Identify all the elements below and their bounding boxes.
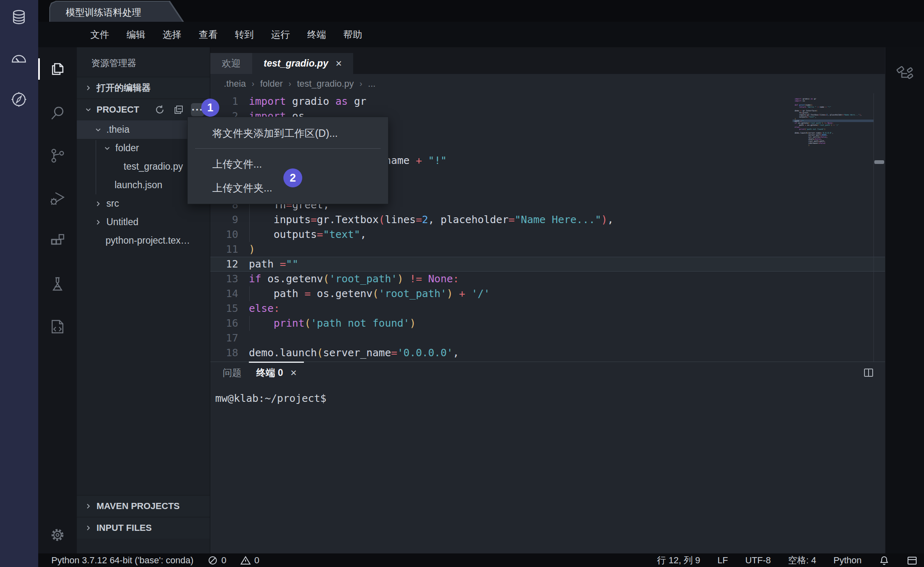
menu-item-查看[interactable]: 查看 xyxy=(190,25,226,44)
editor-tab-test_gradio.py[interactable]: test_gradio.py× xyxy=(252,53,353,74)
quick-rail xyxy=(0,0,38,567)
breadcrumb-item[interactable]: folder xyxy=(260,78,283,89)
menu-separator xyxy=(195,148,381,149)
scrollbar-thumb[interactable] xyxy=(874,160,884,164)
status-item[interactable]: Python xyxy=(834,555,862,566)
menu-item-帮助[interactable]: 帮助 xyxy=(335,25,371,44)
extensions-icon[interactable] xyxy=(48,232,67,250)
close-icon[interactable]: × xyxy=(290,366,297,379)
menu-item-运行[interactable]: 运行 xyxy=(262,25,299,44)
section-input-files[interactable]: INPUT FILES xyxy=(77,517,210,539)
code-line[interactable]: 18demo.launch(server_name='0.0.0.0', xyxy=(210,346,885,360)
activity-bar xyxy=(38,47,77,553)
section-maven-projects[interactable]: MAVEN PROJECTS xyxy=(77,495,210,517)
database-icon[interactable] xyxy=(10,8,28,26)
tree-item-label: folder xyxy=(115,143,139,154)
line-number: 12 xyxy=(210,257,249,272)
menu-item-终端[interactable]: 终端 xyxy=(299,25,335,44)
chevron-down-icon xyxy=(83,105,93,115)
step-badge-2: 2 xyxy=(283,168,302,187)
code-line[interactable]: 11) xyxy=(210,242,885,257)
code-file-icon[interactable] xyxy=(48,318,67,336)
code-line[interactable]: 14 path = os.getenv('root_path') + '/' xyxy=(210,286,885,301)
bottom-panel: 问题终端 0× mw@klab:~/project$ xyxy=(210,362,885,553)
status-item[interactable]: LF xyxy=(717,555,728,566)
code-line[interactable]: 16 print('path not found') xyxy=(210,316,885,331)
context-menu-item[interactable]: 将文件夹添加到工作区(D)... xyxy=(188,121,388,145)
status-item-bell-icon[interactable] xyxy=(879,555,890,566)
hierarchy-icon[interactable] xyxy=(895,64,915,83)
code-line[interactable]: 1import gradio as gr xyxy=(210,94,885,109)
sidebar-title: 资源管理器 xyxy=(77,47,210,77)
terminal-output[interactable]: mw@klab:~/project$ xyxy=(215,392,885,404)
code-line[interactable]: 15else: xyxy=(210,301,885,316)
close-icon[interactable]: × xyxy=(336,57,342,70)
window-title: 模型训练语料处理 xyxy=(66,6,141,19)
refresh-icon[interactable] xyxy=(153,103,166,116)
breadcrumb-separator: › xyxy=(252,79,255,88)
source-control-icon[interactable] xyxy=(48,147,67,165)
breadcrumb[interactable]: .theia›folder›test_gradio.py›... xyxy=(210,74,885,93)
line-number: 9 xyxy=(210,212,249,227)
code-line[interactable]: 17 xyxy=(210,331,885,346)
sidebar-bottom-sections: MAVEN PROJECTSINPUT FILES xyxy=(77,495,210,539)
title-bar: 模型训练语料处理 xyxy=(38,0,924,22)
menu-item-编辑[interactable]: 编辑 xyxy=(118,25,154,44)
scrollbar-separator xyxy=(873,93,874,362)
test-flask-icon[interactable] xyxy=(48,275,67,293)
panel-tab-终端-0[interactable]: 终端 0× xyxy=(249,362,304,383)
line-number: 16 xyxy=(210,316,249,331)
files-icon[interactable] xyxy=(48,60,67,78)
gauge-icon[interactable] xyxy=(10,49,28,67)
editor-tab-bar: 欢迎test_gradio.py× xyxy=(210,47,885,74)
status-item[interactable]: Python 3.7.12 64-bit ('base': conda) xyxy=(51,555,193,566)
status-item-error-icon[interactable]: 0 xyxy=(207,555,226,566)
panel-tab-问题[interactable]: 问题 xyxy=(215,362,249,383)
breadcrumb-item[interactable]: .theia xyxy=(224,78,246,89)
run-debug-icon[interactable] xyxy=(48,189,67,207)
breadcrumb-separator: › xyxy=(359,79,362,88)
status-item[interactable]: 空格: 4 xyxy=(788,554,816,567)
breadcrumb-item[interactable]: ... xyxy=(368,78,375,89)
settings-gear-icon[interactable] xyxy=(48,526,67,544)
code-line[interactable]: 12path ="" xyxy=(210,257,885,272)
line-number: 17 xyxy=(210,331,249,346)
line-number: 11 xyxy=(210,242,249,257)
status-item[interactable]: 行 12, 列 9 xyxy=(657,554,700,567)
status-item[interactable]: UTF-8 xyxy=(745,555,771,566)
menu-item-文件[interactable]: 文件 xyxy=(82,25,118,44)
search-icon[interactable] xyxy=(48,104,67,122)
breadcrumb-item[interactable]: test_gradio.py xyxy=(297,78,354,89)
explorer-context-menu: 将文件夹添加到工作区(D)...上传文件...上传文件夹... xyxy=(187,117,388,204)
split-view-icon[interactable] xyxy=(863,367,874,378)
chevron-right-icon xyxy=(83,523,93,533)
panel-tab-bar: 问题终端 0× xyxy=(210,362,885,383)
editor-tab-欢迎[interactable]: 欢迎 xyxy=(210,53,252,74)
window-title-tab[interactable]: 模型训练语料处理 xyxy=(49,1,187,22)
code-line[interactable]: 9 inputs=gr.Textbox(lines=2, placeholder… xyxy=(210,212,885,227)
collapse-all-icon[interactable] xyxy=(172,103,185,116)
menu-item-选择[interactable]: 选择 xyxy=(154,25,190,44)
chevron-right-icon xyxy=(83,501,93,511)
breadcrumb-separator: › xyxy=(289,79,292,88)
status-item-layout-icon[interactable] xyxy=(907,555,917,566)
chevron-right-icon xyxy=(83,83,93,93)
menu-item-转到[interactable]: 转到 xyxy=(226,25,262,44)
code-line[interactable]: 10 outputs="text", xyxy=(210,227,885,242)
ide-window: 模型训练语料处理 文件编辑选择查看转到运行终端帮助 资源管 xyxy=(0,0,924,567)
open-editors-section[interactable]: 打开的编辑器 xyxy=(77,77,210,99)
tree-item-Untitled[interactable]: Untitled xyxy=(77,213,210,231)
open-editors-label: 打开的编辑器 xyxy=(97,82,151,94)
tree-item-python-project.tex[interactable]: python-project.tex… xyxy=(77,231,210,250)
chevron-right-icon xyxy=(93,217,103,227)
tree-item-label: python-project.tex… xyxy=(106,235,190,246)
tree-item-label: src xyxy=(106,198,119,209)
chevron-right-icon xyxy=(93,199,103,209)
compass-icon[interactable] xyxy=(10,90,28,108)
chevron-down-icon xyxy=(102,143,112,153)
code-line[interactable]: 13if os.getenv('root_path') != None: xyxy=(210,272,885,286)
status-item-warning-icon[interactable]: 0 xyxy=(240,555,259,566)
project-label: PROJECT xyxy=(97,104,139,115)
line-number: 15 xyxy=(210,301,249,316)
minimap[interactable]: import gradio as grimport os def greet(n… xyxy=(795,98,873,147)
